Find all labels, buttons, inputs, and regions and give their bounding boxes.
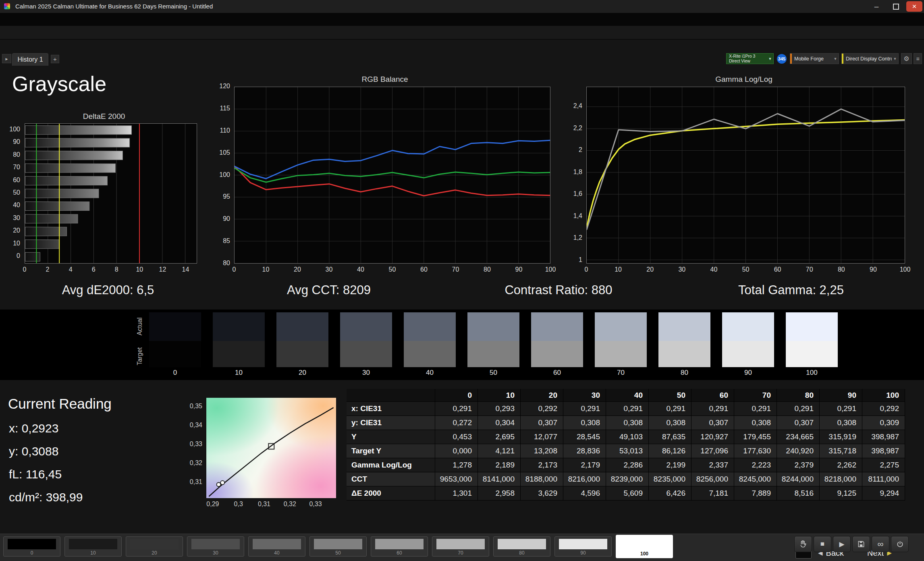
source-label: Mobile Forge xyxy=(790,56,832,62)
swatch-10 xyxy=(213,312,265,367)
settings-button[interactable]: ⚙ xyxy=(901,53,912,64)
swatch-label: 40 xyxy=(426,369,434,377)
stop-measurement-button[interactable]: ■ xyxy=(814,536,831,552)
patch-label: 50 xyxy=(312,550,364,556)
deltae-bar-chart xyxy=(25,123,197,264)
rgb-plot-xtick: 80 xyxy=(477,266,497,273)
table-header-cell: 40 xyxy=(606,389,649,402)
pattern-patch-10[interactable]: 10 xyxy=(64,536,122,557)
meter-label: X-Rite i1Pro 3 Direct View xyxy=(727,54,767,63)
target-row-label: Target xyxy=(136,347,143,365)
single-measure-button[interactable]: ▶ xyxy=(833,536,851,552)
reading-line: fL: 116,45 xyxy=(9,468,62,481)
pattern-patch-100[interactable]: 100 xyxy=(616,535,673,558)
table-cell: 2,199 xyxy=(649,458,691,472)
table-cell: 0,309 xyxy=(862,416,905,430)
display-control-dropdown[interactable]: Direct Display Control ▼ xyxy=(841,53,899,64)
reading-line: cd/m²: 398,99 xyxy=(9,490,83,504)
table-cell: 8235,000 xyxy=(649,472,691,486)
meter-chevron-icon: ▼ xyxy=(767,57,773,61)
pattern-patch-0[interactable]: 0 xyxy=(3,536,60,557)
gamma-plot-ytick: 1 xyxy=(552,256,582,264)
history-panel-toggle[interactable]: ▸ xyxy=(2,54,11,63)
pattern-patch-70[interactable]: 70 xyxy=(432,536,489,557)
save-button[interactable] xyxy=(852,536,870,552)
pattern-patch-20[interactable]: 20 xyxy=(126,536,183,557)
infinity-icon: ∞ xyxy=(878,539,884,549)
rgb-plot-xtick: 30 xyxy=(319,266,339,273)
patch-fill xyxy=(436,539,485,549)
avg-de2000-stat: Avg dE2000: 6,5 xyxy=(62,283,154,297)
table-header-cell: 0 xyxy=(435,389,478,402)
page-title: Grayscale xyxy=(12,72,106,96)
table-cell: 2,262 xyxy=(820,458,862,472)
table-row-label: y: CIE31 xyxy=(347,416,435,430)
swatch-label: 80 xyxy=(681,369,688,377)
pattern-patch-60[interactable]: 60 xyxy=(371,536,428,557)
maximize-button[interactable] xyxy=(887,1,905,12)
actual-row-label: Actual xyxy=(136,318,143,335)
deltae-xtick: 10 xyxy=(129,266,150,273)
cie-chromaticity-chart xyxy=(206,398,336,498)
swatch-90 xyxy=(722,312,774,367)
source-dropdown[interactable]: Mobile Forge ▼ xyxy=(790,53,839,64)
add-tab-button[interactable]: + xyxy=(51,55,59,63)
table-cell: 0,000 xyxy=(435,444,478,458)
deltae-ytick: 100 xyxy=(0,126,20,133)
pause-measurement-button[interactable] xyxy=(794,536,812,552)
titlebar: Calman 2025 Calman Ultimate for Business… xyxy=(0,0,924,13)
total-gamma-stat: Total Gamma: 2,25 xyxy=(738,283,844,297)
minimize-icon: – xyxy=(874,2,879,11)
close-button[interactable]: × xyxy=(906,1,922,12)
gamma-plot-ytick: 1,8 xyxy=(552,168,582,176)
table-cell: 398,987 xyxy=(862,430,905,444)
cie-xtick: 0,3 xyxy=(228,501,249,508)
gamma-plot-svg xyxy=(587,87,905,263)
patch-label: 80 xyxy=(496,550,548,556)
meter-status-badge[interactable]: 345 xyxy=(777,54,787,64)
rgb-plot-ytick: 110 xyxy=(199,127,230,134)
swatch-actual xyxy=(340,312,392,341)
pattern-patch-80[interactable]: 80 xyxy=(493,536,550,557)
meter-dropdown[interactable]: X-Rite i1Pro 3 Direct View ▼ xyxy=(726,53,774,64)
patch-fill xyxy=(375,539,424,549)
table-cell: 0,308 xyxy=(734,416,777,430)
table-row-label: CCT xyxy=(347,472,435,486)
table-cell: 2,173 xyxy=(521,458,563,472)
deltae-ytick: 50 xyxy=(0,189,20,196)
table-cell: 0,291 xyxy=(820,402,862,416)
swatch-actual xyxy=(722,312,774,341)
measured-marker xyxy=(220,481,224,485)
rgb-plot-xtick: 10 xyxy=(256,266,276,273)
deltae-xtick: 4 xyxy=(60,266,81,273)
pattern-patch-30[interactable]: 30 xyxy=(187,536,244,557)
continuous-measure-button[interactable]: ∞ xyxy=(872,536,889,552)
table-row-label: x: CIE31 xyxy=(347,402,435,416)
pattern-patch-90[interactable]: 90 xyxy=(554,536,612,557)
gamma-chart-title: Gamma Log/Log xyxy=(715,75,772,84)
table-cell: 2,286 xyxy=(606,458,649,472)
table-cell: 0,291 xyxy=(691,402,734,416)
table-cell: 53,013 xyxy=(606,444,649,458)
minimize-button[interactable]: – xyxy=(868,1,885,12)
swatch-actual xyxy=(531,312,583,341)
power-button[interactable] xyxy=(891,536,909,552)
table-cell: 9653,000 xyxy=(435,472,478,486)
table-cell: 1,301 xyxy=(435,486,478,501)
patch-fill xyxy=(8,539,56,549)
rgb-balance-chart-title: RGB Balance xyxy=(361,75,408,84)
pattern-patch-50[interactable]: 50 xyxy=(309,536,367,557)
patch-label: 10 xyxy=(67,550,119,556)
deltae-bar xyxy=(25,177,108,185)
table-cell: 0,293 xyxy=(478,402,521,416)
display-control-label: Direct Display Control xyxy=(842,56,892,62)
swatch-target xyxy=(722,341,774,367)
table-cell: 0,272 xyxy=(435,416,478,430)
table-cell: 0,291 xyxy=(734,402,777,416)
table-cell: 8111,000 xyxy=(862,472,905,486)
workspace-panel-button[interactable]: ≡ xyxy=(914,53,922,64)
tab-history-1[interactable]: History 1 xyxy=(12,53,48,66)
deltae-ytick: 70 xyxy=(0,164,20,171)
reading-line: y: 0,3088 xyxy=(9,445,58,458)
pattern-patch-40[interactable]: 40 xyxy=(248,536,305,557)
